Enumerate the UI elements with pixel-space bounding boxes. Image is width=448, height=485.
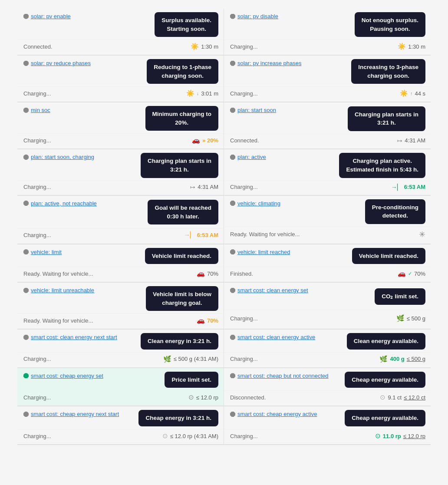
left-card: plan: active, not reachable Goal will be… <box>17 196 224 244</box>
status-cell: Charging... <box>224 310 369 329</box>
octagon-icon <box>23 249 29 254</box>
octagon-icon <box>23 201 29 206</box>
label-cell: smart cost: clean energy active <box>224 330 342 353</box>
state-label[interactable]: vehicle: limit <box>23 249 62 255</box>
stat-cell: 🚗70% <box>140 267 224 282</box>
label-cell: min soc <box>17 102 140 134</box>
state-label[interactable]: plan: active <box>230 154 266 160</box>
tooltip-bubble: Price limit set. <box>165 372 218 388</box>
tooltip-cell: Price limit set. <box>159 368 224 391</box>
state-label[interactable]: smart cost: clean energy next start <box>23 334 117 340</box>
tooltip-cell: Clean energy in 3:21 h. <box>135 330 224 353</box>
tooltip-cell: Pre-conditioning detected. <box>360 196 431 227</box>
state-label[interactable]: smart cost: cheap energy set <box>23 373 103 379</box>
rows-container: solar: pv enable Surplus available. Star… <box>17 9 431 445</box>
stat-right: 🚗70% <box>197 317 218 324</box>
state-label[interactable]: smart cost: clean energy active <box>230 334 315 340</box>
octagon-icon <box>23 155 29 160</box>
state-label[interactable]: solar: pv enable <box>23 13 71 20</box>
status-cell: Charging... <box>17 429 133 444</box>
label-cell: smart cost: cheap energy next start <box>17 406 133 429</box>
state-label[interactable]: vehicle: limit reached <box>230 249 290 255</box>
row-min-soc: min soc Minimum charging to 20%. Chargin… <box>17 102 431 149</box>
octagon-icon <box>230 14 235 19</box>
status-cell: Charging... <box>17 134 140 148</box>
tooltip-bubble: Vehicle limit reached. <box>352 248 425 264</box>
row-smart-cost-clean-next-start: smart cost: clean energy next start Clea… <box>17 330 431 368</box>
tooltip-cell: Cheap energy in 3:21 h. <box>133 406 224 429</box>
octagon-icon <box>23 108 29 113</box>
stat-cell: 🌿≤ 500 g (4:31 AM) <box>135 353 224 367</box>
octagon-icon <box>23 373 29 378</box>
row-plan-active-not-reachable: plan: active, not reachable Goal will be… <box>17 196 431 244</box>
right-card: vehicle: climating Pre-conditioning dete… <box>224 196 431 244</box>
state-label[interactable]: smart cost: cheap but not connected <box>230 373 329 379</box>
label-cell: vehicle: climating <box>224 196 360 227</box>
tooltip-cell: Minimum charging to 20%. <box>140 102 224 134</box>
right-card: solar: pv increase phases Increasing to … <box>224 56 431 102</box>
state-label[interactable]: smart cost: cheap energy active <box>230 411 317 417</box>
stat-right: ⊙≤ 12.0 rp <box>188 393 218 401</box>
state-label[interactable]: solar: pv disable <box>230 13 278 20</box>
row-plan-start-soon-charging: plan: start soon, charging Charging plan… <box>17 149 431 195</box>
left-card: min soc Minimum charging to 20%. Chargin… <box>17 102 224 148</box>
octagon-icon <box>23 335 29 340</box>
octagon-icon <box>23 412 29 417</box>
stat-cell: 🚗70% <box>141 314 224 329</box>
left-card: smart cost: cheap energy next start Chea… <box>17 406 224 444</box>
octagon-icon <box>230 288 235 293</box>
tooltip-bubble: Minimum charging to 20%. <box>145 106 219 131</box>
row-smart-cost-cheap-next-start: smart cost: cheap energy next start Chea… <box>17 406 431 445</box>
state-label[interactable]: solar: pv increase phases <box>230 60 301 66</box>
stat-right: 🚗✓70% <box>398 270 425 277</box>
right-card: vehicle: limit reached Vehicle limit rea… <box>224 244 431 282</box>
status-cell: Connected. <box>17 40 149 55</box>
stat-right: 🌿≤ 500 g (4:31 AM) <box>163 355 218 363</box>
octagon-icon <box>230 108 235 113</box>
stat-right: 🌿400 g ≤ 500 g <box>379 355 425 363</box>
state-label[interactable]: vehicle: limit unreachable <box>23 287 94 294</box>
status-cell: Charging... <box>17 87 142 102</box>
status-cell: Disconnected. <box>224 391 339 406</box>
octagon-icon <box>230 335 235 340</box>
status-cell: Charging... <box>224 181 334 195</box>
state-label[interactable]: plan: start soon, charging <box>23 154 94 160</box>
octagon-icon <box>230 61 235 66</box>
octagon-icon <box>230 249 235 254</box>
right-card: plan: start soon Charging plan starts in… <box>224 102 431 148</box>
right-card: plan: active Charging plan active. Estim… <box>224 149 431 195</box>
tooltip-cell: Charging plan starts in 3:21 h. <box>343 102 431 134</box>
stat-right: ⊙11.0 rp ≤ 12.0 rp <box>375 432 425 440</box>
octagon-icon <box>230 412 235 417</box>
label-cell: solar: pv enable <box>17 9 149 40</box>
state-label[interactable]: min soc <box>23 107 50 113</box>
tooltip-bubble: Not enough surplus. Pausing soon. <box>355 12 425 37</box>
state-label[interactable]: vehicle: climating <box>230 200 280 207</box>
label-cell: smart cost: cheap but not connected <box>224 368 339 391</box>
tooltip-cell: Not enough surplus. Pausing soon. <box>349 9 431 40</box>
state-label[interactable]: smart cost: cheap energy next start <box>23 411 119 417</box>
label-cell: solar: pv disable <box>224 9 349 40</box>
octagon-icon <box>230 373 235 378</box>
state-label[interactable]: solar: pv reduce phases <box>23 60 91 66</box>
row-smart-cost-cheap-set: smart cost: cheap energy set Price limit… <box>17 368 431 407</box>
state-label[interactable]: plan: active, not reachable <box>23 200 97 207</box>
stat-right: 🌿≤ 500 g <box>396 314 425 322</box>
tooltip-bubble: Charging plan starts in 3:21 h. <box>348 106 425 131</box>
status-cell: Ready. Waiting for vehicle... <box>17 314 141 329</box>
state-label[interactable]: plan: start soon <box>230 107 276 113</box>
stat-cell: 🌿≤ 500 g <box>369 310 431 329</box>
tooltip-bubble: Clean energy in 3:21 h. <box>141 333 218 350</box>
right-card: smart cost: cheap but not connected Chea… <box>224 368 431 406</box>
tooltip-cell: Reducing to 1-phase charging soon. <box>142 56 224 87</box>
stat-cell: →▏6:53 AM <box>334 181 431 195</box>
label-cell: smart cost: cheap energy active <box>224 406 339 429</box>
stat-cell: ☀️1:30 m <box>149 40 224 55</box>
state-label[interactable]: smart cost: clean energy set <box>230 287 308 294</box>
label-cell: plan: active <box>224 149 334 181</box>
stat-cell: ↦4:31 AM <box>135 181 224 195</box>
tooltip-bubble: Cheap energy available. <box>345 410 425 426</box>
row-vehicle-limit-unreachable: vehicle: limit unreachable Vehicle limit… <box>17 283 431 330</box>
stat-cell: ⊙9.1 ct ≤ 12.0 ct <box>339 391 431 406</box>
stat-cell: →▏6:53 AM <box>142 228 224 244</box>
